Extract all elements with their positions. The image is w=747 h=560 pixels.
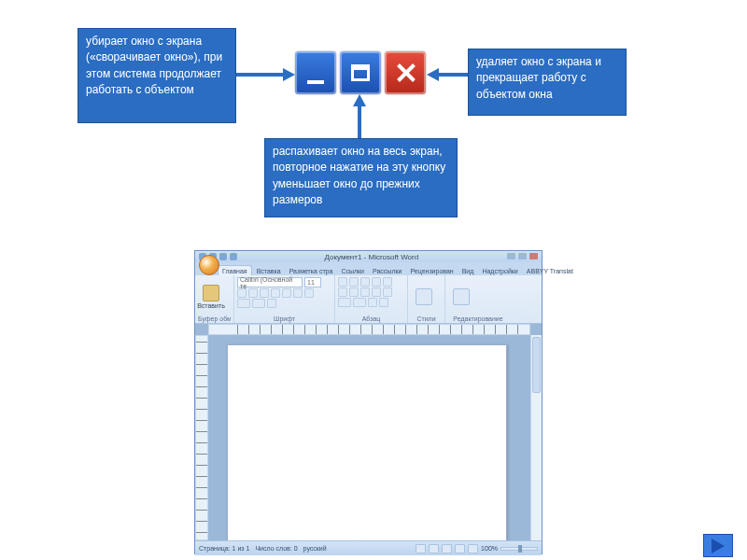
align-center-button[interactable] [349,287,359,297]
minimize-icon [307,80,324,84]
font-color-button[interactable] [252,299,265,308]
tab-page-layout[interactable]: Разметка стра [286,266,337,275]
paragraph-group-label: Абзац [338,315,404,323]
callout-maximize: распахивает окно на весь экран, повторно… [264,138,458,217]
clipboard-group-label: Буфер обмена [198,315,231,323]
ribbon-group-editing: Редактирование [445,275,511,323]
maximize-button[interactable] [340,51,381,94]
ribbon-group-clipboard: Вставить Буфер обмена [195,275,234,323]
close-icon [395,63,416,83]
view-web-layout[interactable] [442,544,452,553]
view-draft[interactable] [468,544,478,553]
view-full-screen[interactable] [429,544,439,553]
horizontal-ruler[interactable] [208,324,530,335]
paste-icon[interactable] [203,285,219,301]
ribbon-group-styles: Стили [408,275,445,323]
status-words: Число слов: 0 [255,545,297,552]
tab-addins[interactable]: Надстройки [478,266,521,275]
arrow-to-minimize [236,68,295,81]
indent-inc-button[interactable] [383,277,392,287]
view-print-layout[interactable] [416,544,426,553]
shading-button[interactable] [338,298,351,307]
font-name-field[interactable]: Calibri (Основной те [237,277,303,287]
word-minimize-button[interactable] [507,253,515,259]
find-icon[interactable] [453,288,470,305]
indent-dec-button[interactable] [372,277,381,287]
next-slide-button[interactable] [703,534,733,557]
align-right-button[interactable] [360,287,370,297]
office-button[interactable] [199,255,219,275]
tab-home[interactable]: Главная [218,265,252,275]
word-titlebar: Документ1 - Microsoft Word [195,251,542,262]
italic-button[interactable] [248,288,258,298]
status-language[interactable]: русский [303,545,327,552]
line-spacing-button[interactable] [383,287,392,297]
styles-group-label: Стили [411,315,442,323]
arrow-to-close [427,68,468,81]
word-window: Документ1 - Microsoft Word Главная Встав… [194,250,543,554]
maximize-icon [351,64,370,81]
page-viewport [208,335,530,540]
callout-minimize: убирает окно с экрана («сворачивает окно… [78,28,236,123]
bullets-button[interactable] [338,277,347,287]
font-size-field[interactable]: 11 [304,277,321,287]
tab-abbyy[interactable]: ABBYY Translat [523,266,577,275]
superscript-button[interactable] [293,288,303,298]
bold-button[interactable] [237,288,247,298]
styles-icon[interactable] [416,288,432,305]
tab-insert[interactable]: Вставка [253,266,285,275]
word-title-text: Документ1 - Microsoft Word [239,253,504,261]
play-icon [712,539,725,553]
window-control-buttons [295,51,426,94]
zoom-slider[interactable] [500,547,538,551]
status-page: Страница: 1 из 1 [199,545,249,552]
subscript-button[interactable] [282,288,291,298]
borders-button[interactable] [353,298,366,307]
tab-references[interactable]: Ссылки [337,266,368,275]
underline-button[interactable] [260,288,269,298]
tab-review[interactable]: Рецензирован [406,266,457,275]
zoom-percent[interactable]: 100% [481,545,498,552]
word-status-bar: Страница: 1 из 1 Число слов: 0 русский 1… [195,540,542,555]
word-window-controls [506,253,538,261]
show-marks-button[interactable] [379,298,388,307]
callout-close: удаляет окно с экрана и прекращает работ… [468,49,627,116]
ribbon-group-font: Calibri (Основной те 11 [234,275,335,323]
scrollbar-thumb[interactable] [532,337,541,393]
strike-button[interactable] [271,288,280,298]
font-grow-button[interactable] [304,288,314,298]
vertical-scrollbar[interactable] [530,335,542,540]
font-group-label: Шрифт [237,315,331,323]
align-left-button[interactable] [338,287,347,297]
ribbon-group-paragraph: Абзац [335,275,408,323]
zoom-slider-knob[interactable] [518,545,522,553]
tab-view[interactable]: Вид [458,266,478,275]
multilevel-button[interactable] [360,277,370,287]
ribbon-tabs: Главная Вставка Разметка стра Ссылки Рас… [195,262,542,275]
qat-redo-icon[interactable] [219,253,227,260]
numbering-button[interactable] [349,277,359,287]
minimize-button[interactable] [295,51,336,94]
align-justify-button[interactable] [372,287,381,297]
clear-format-button[interactable] [267,299,276,308]
word-document-area [195,324,542,540]
highlight-button[interactable] [237,299,250,308]
sort-button[interactable] [368,298,377,307]
close-button[interactable] [385,51,426,94]
ribbon: Вставить Буфер обмена Calibri (Основной … [195,275,542,324]
paste-label: Вставить [197,302,225,309]
document-page[interactable] [227,344,507,540]
arrow-to-maximize [353,94,366,138]
editing-group-label: Редактирование [448,315,508,323]
word-maximize-button[interactable] [518,253,527,259]
view-outline[interactable] [455,544,465,553]
qat-more-icon[interactable] [230,253,237,260]
tab-mailings[interactable]: Рассылки [369,266,405,275]
vertical-ruler[interactable] [195,335,208,540]
word-close-button[interactable] [529,253,538,259]
